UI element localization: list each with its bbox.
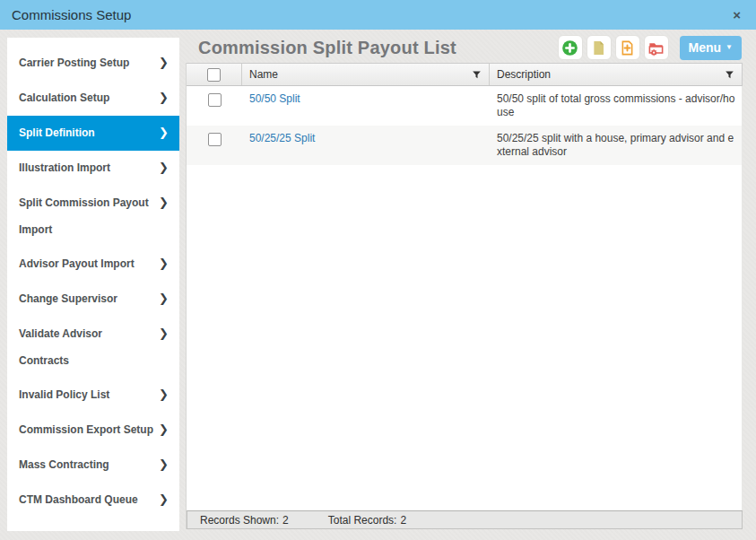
sidebar-item-advisor-payout-import[interactable]: Advisor Payout Import ❯ bbox=[7, 247, 179, 282]
chevron-right-icon: ❯ bbox=[159, 250, 169, 277]
row-description-cell: 50/25/25 split with a house, primary adv… bbox=[490, 126, 742, 165]
sidebar-item-label: Split Definition bbox=[19, 119, 153, 146]
folder-settings-icon bbox=[647, 39, 665, 57]
sidebar: Carrier Posting Setup ❯ Calculation Setu… bbox=[7, 38, 179, 531]
column-header-name[interactable]: Name bbox=[242, 64, 490, 85]
split-name-link[interactable]: 50/25/25 Split bbox=[249, 132, 315, 144]
close-icon[interactable]: × bbox=[729, 6, 744, 23]
split-name-link[interactable]: 50/50 Split bbox=[249, 92, 300, 105]
copy-document-button[interactable] bbox=[587, 35, 612, 60]
chevron-right-icon: ❯ bbox=[159, 189, 169, 216]
chevron-down-icon: ▼ bbox=[726, 44, 733, 51]
sidebar-item-ctm-dashboard-queue[interactable]: CTM Dashboard Queue ❯ bbox=[7, 483, 179, 518]
sidebar-item-label: Advisor Payout Import bbox=[19, 250, 153, 277]
toolbar: Menu ▼ bbox=[558, 35, 742, 60]
filter-funnel-icon bbox=[725, 70, 734, 80]
select-all-cell bbox=[187, 64, 242, 85]
column-label: Description bbox=[497, 68, 551, 81]
chevron-right-icon: ❯ bbox=[159, 154, 169, 181]
add-icon bbox=[561, 39, 578, 57]
row-description-cell: 50/50 split of total gross commissions -… bbox=[490, 86, 742, 126]
sidebar-item-label: Calculation Setup bbox=[19, 84, 153, 111]
data-grid: Name Description bbox=[186, 63, 743, 529]
sidebar-item-commission-export-setup[interactable]: Commission Export Setup ❯ bbox=[7, 413, 179, 448]
sidebar-item-label: Invalid Policy List bbox=[19, 381, 153, 408]
menu-button[interactable]: Menu ▼ bbox=[680, 36, 742, 60]
row-select-cell bbox=[187, 126, 242, 165]
row-select-cell bbox=[187, 86, 242, 126]
row-name-cell: 50/25/25 Split bbox=[242, 126, 490, 165]
add-document-icon bbox=[619, 39, 636, 57]
sidebar-item-label: Commission Export Setup bbox=[19, 416, 153, 443]
table-row[interactable]: 50/50 Split 50/50 split of total gross c… bbox=[187, 86, 743, 126]
sidebar-item-label: Mass Contracting bbox=[19, 451, 153, 478]
row-name-cell: 50/50 Split bbox=[242, 86, 490, 126]
menu-button-label: Menu bbox=[689, 40, 722, 55]
records-shown-value: 2 bbox=[282, 514, 289, 527]
content-header: Commission Split Payout List bbox=[186, 32, 743, 63]
sidebar-item-calculation-setup[interactable]: Calculation Setup ❯ bbox=[7, 81, 179, 116]
grid-empty-area bbox=[187, 165, 743, 510]
total-records-value: 2 bbox=[400, 514, 406, 527]
window-title: Commissions Setup bbox=[12, 7, 131, 22]
sidebar-item-split-definition[interactable]: Split Definition ❯ bbox=[7, 116, 179, 151]
sidebar-item-label: Carrier Posting Setup bbox=[19, 49, 153, 76]
select-all-checkbox[interactable] bbox=[207, 68, 221, 82]
sidebar-item-split-commission-payout-import[interactable]: Split Commission Payout Import ❯ bbox=[7, 186, 179, 247]
table-row[interactable]: 50/25/25 Split 50/25/25 split with a hou… bbox=[187, 126, 743, 165]
grid-header-row: Name Description bbox=[187, 63, 743, 86]
column-header-description[interactable]: Description bbox=[490, 64, 742, 85]
grid-footer: Records Shown: 2 Total Records: 2 bbox=[187, 510, 743, 529]
chevron-right-icon: ❯ bbox=[159, 84, 169, 111]
chevron-right-icon: ❯ bbox=[159, 381, 169, 408]
chevron-right-icon: ❯ bbox=[159, 320, 169, 347]
sidebar-item-validate-advisor-contracts[interactable]: Validate Advisor Contracts ❯ bbox=[7, 317, 179, 378]
sidebar-item-label: Split Commission Payout Import bbox=[19, 189, 153, 243]
folder-settings-button[interactable] bbox=[644, 35, 669, 60]
chevron-right-icon: ❯ bbox=[159, 49, 169, 76]
sidebar-item-mass-contracting[interactable]: Mass Contracting ❯ bbox=[7, 448, 179, 483]
page-title: Commission Split Payout List bbox=[198, 38, 456, 58]
sidebar-item-label: Validate Advisor Contracts bbox=[19, 320, 153, 374]
sidebar-item-label: Illustration Import bbox=[19, 154, 153, 181]
chevron-right-icon: ❯ bbox=[159, 486, 169, 513]
sidebar-item-illustration-import[interactable]: Illustration Import ❯ bbox=[7, 151, 179, 186]
chevron-right-icon: ❯ bbox=[159, 416, 169, 443]
total-records-label: Total Records: bbox=[328, 514, 397, 527]
chevron-right-icon: ❯ bbox=[159, 119, 169, 146]
main-content: Commission Split Payout List bbox=[186, 32, 743, 529]
records-shown-label: Records Shown: bbox=[200, 514, 279, 527]
column-label: Name bbox=[249, 68, 278, 81]
chevron-right-icon: ❯ bbox=[159, 285, 169, 312]
sidebar-item-invalid-policy-list[interactable]: Invalid Policy List ❯ bbox=[7, 378, 179, 413]
chevron-right-icon: ❯ bbox=[159, 451, 169, 478]
filter-description-button[interactable] bbox=[725, 70, 734, 80]
sidebar-item-carrier-posting-setup[interactable]: Carrier Posting Setup ❯ bbox=[7, 46, 179, 81]
add-document-button[interactable] bbox=[615, 35, 640, 60]
sidebar-item-change-supervisor[interactable]: Change Supervisor ❯ bbox=[7, 282, 179, 317]
document-icon bbox=[590, 39, 607, 57]
sidebar-item-label: CTM Dashboard Queue bbox=[19, 486, 153, 513]
window-titlebar: Commissions Setup × bbox=[0, 0, 756, 30]
sidebar-item-label: Change Supervisor bbox=[19, 285, 153, 312]
row-checkbox[interactable] bbox=[208, 93, 222, 107]
filter-funnel-icon bbox=[472, 70, 482, 80]
add-button[interactable] bbox=[558, 35, 583, 60]
row-checkbox[interactable] bbox=[208, 133, 222, 146]
filter-name-button[interactable] bbox=[472, 70, 482, 80]
